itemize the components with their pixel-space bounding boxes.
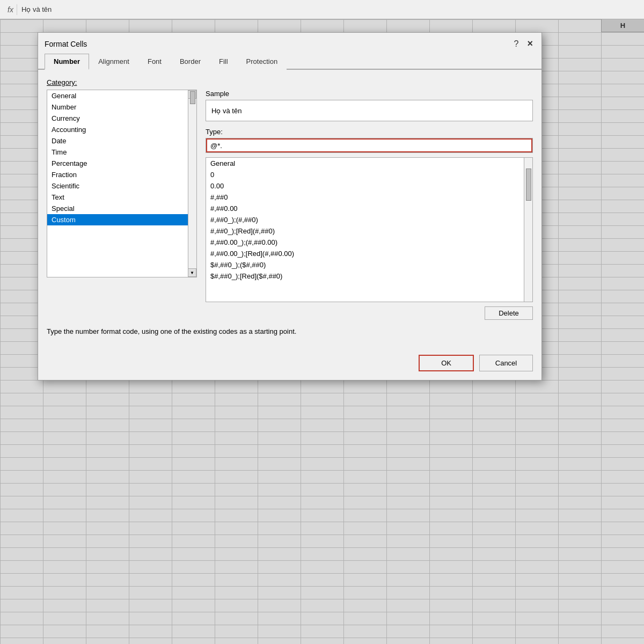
ok-button[interactable]: OK xyxy=(419,355,474,371)
category-item-percentage[interactable]: Percentage xyxy=(47,158,196,169)
format-item-accounting-3[interactable]: #,##0.00_);(#,##0.00) xyxy=(206,237,532,248)
format-cells-dialog: Format Cells ? × Number Alignment Font B… xyxy=(38,32,542,380)
dialog-footer: OK Cancel xyxy=(38,344,541,380)
right-panel: Sample Họ và tên Type: General 0 0.00 #,… xyxy=(206,90,533,320)
helper-text: Type the number format code, using one o… xyxy=(47,327,533,335)
format-list[interactable]: General 0 0.00 #,##0 #,##0.00 #,##0_);(#… xyxy=(206,157,533,302)
format-item-0[interactable]: 0 xyxy=(206,169,532,180)
format-item-accounting-1[interactable]: #,##0_);(#,##0) xyxy=(206,214,532,225)
format-item-dollar-2[interactable]: $#,##0_);[Red]($#,##0) xyxy=(206,270,532,282)
delete-row: Delete xyxy=(206,306,533,320)
category-list[interactable]: General Number Currency Accounting Date … xyxy=(47,90,197,277)
dialog-titlebar: Format Cells ? × xyxy=(38,33,541,54)
category-label: Category: xyxy=(47,78,533,86)
fx-icon: fx xyxy=(4,4,17,15)
sample-label: Sample xyxy=(206,90,533,98)
category-item-date[interactable]: Date xyxy=(47,135,196,147)
category-item-text[interactable]: Text xyxy=(47,192,196,203)
sample-value: Họ và tên xyxy=(211,107,241,115)
format-item-0.00[interactable]: 0.00 xyxy=(206,180,532,192)
content-row: General Number Currency Accounting Date … xyxy=(47,90,533,320)
dialog-tabs: Number Alignment Font Border Fill Protec… xyxy=(38,54,541,70)
category-panel: General Number Currency Accounting Date … xyxy=(47,90,197,320)
category-item-scientific[interactable]: Scientific xyxy=(47,180,196,192)
category-item-fraction[interactable]: Fraction xyxy=(47,169,196,180)
type-input-wrap xyxy=(206,138,533,153)
format-item-accounting-4[interactable]: #,##0.00_);[Red](#,##0.00) xyxy=(206,248,532,259)
category-scrollbar[interactable]: ▲ ▼ xyxy=(188,90,196,277)
category-item-currency[interactable]: Currency xyxy=(47,113,196,124)
tab-font[interactable]: Font xyxy=(138,54,171,70)
format-scrollbar-thumb[interactable] xyxy=(526,169,531,201)
delete-button[interactable]: Delete xyxy=(485,306,533,320)
titlebar-controls: ? × xyxy=(512,38,535,49)
category-item-accounting[interactable]: Accounting xyxy=(47,124,196,135)
dialog-body: Category: General Number Currency Accoun… xyxy=(38,70,541,344)
scrollbar-arrow-down[interactable]: ▼ xyxy=(188,268,196,277)
tab-protection[interactable]: Protection xyxy=(237,54,287,70)
dialog-title: Format Cells xyxy=(45,40,87,48)
sample-section: Sample Họ và tên xyxy=(206,90,533,121)
format-item-general[interactable]: General xyxy=(206,158,532,169)
scrollbar-thumb[interactable] xyxy=(190,91,195,104)
type-label: Type: xyxy=(206,128,533,136)
help-button[interactable]: ? xyxy=(512,39,521,49)
format-scrollbar[interactable] xyxy=(524,158,532,302)
tab-number[interactable]: Number xyxy=(45,54,89,70)
category-item-general[interactable]: General xyxy=(47,90,196,101)
formula-bar: fx Họ và tên xyxy=(0,0,644,19)
format-item-accounting-2[interactable]: #,##0_);[Red](#,##0) xyxy=(206,225,532,237)
format-item-dollar-1[interactable]: $#,##0_);($#,##0) xyxy=(206,259,532,270)
formula-text: Họ và tên xyxy=(21,5,52,13)
tab-border[interactable]: Border xyxy=(171,54,210,70)
tab-fill[interactable]: Fill xyxy=(210,54,237,70)
format-item-hash-comma[interactable]: #,##0 xyxy=(206,192,532,203)
type-input[interactable] xyxy=(206,138,533,153)
cancel-button[interactable]: Cancel xyxy=(479,355,533,371)
category-item-custom[interactable]: Custom xyxy=(47,214,196,225)
close-button[interactable]: × xyxy=(525,38,535,49)
sample-box: Họ và tên xyxy=(206,100,533,121)
category-item-special[interactable]: Special xyxy=(47,203,196,214)
format-item-hash-comma-00[interactable]: #,##0.00 xyxy=(206,203,532,214)
tab-alignment[interactable]: Alignment xyxy=(89,54,138,70)
category-item-time[interactable]: Time xyxy=(47,147,196,158)
category-item-number[interactable]: Number xyxy=(47,101,196,113)
